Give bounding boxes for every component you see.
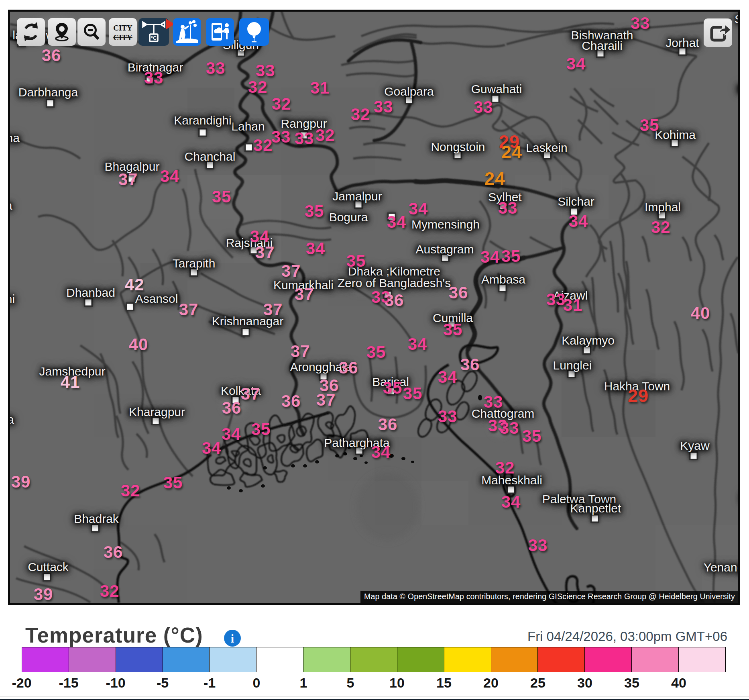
svg-text:i: i	[231, 632, 234, 645]
svg-text:°C: °C	[151, 35, 157, 41]
